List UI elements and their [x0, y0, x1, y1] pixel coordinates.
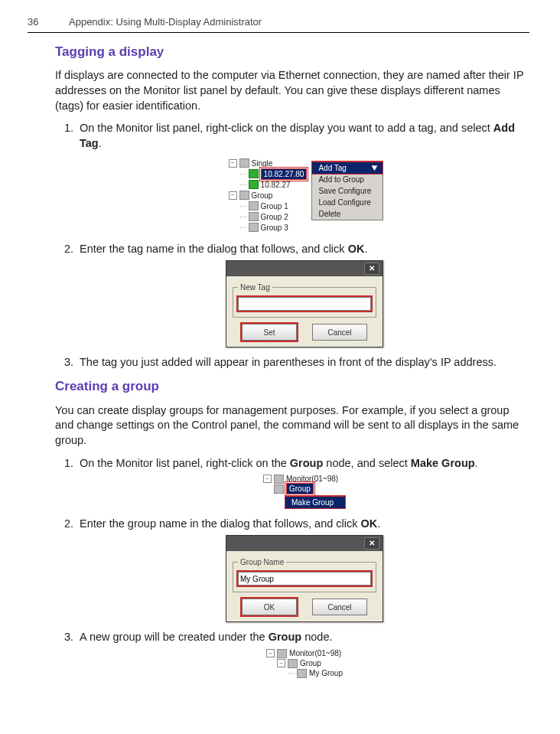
group-name-input[interactable]	[238, 572, 371, 586]
group-icon	[274, 484, 284, 494]
tree-item[interactable]: 10.82.27	[261, 180, 291, 191]
page-number: 36	[28, 15, 46, 29]
s1-step2: Enter the tag name in the dialog that fo…	[77, 242, 529, 347]
header-rule	[28, 32, 529, 33]
collapse-icon[interactable]: −	[229, 191, 237, 200]
context-menu: Add Tag Add to Group Save Configure Load…	[311, 161, 383, 220]
dialog-group-name: ✕ Group Name OK Cancel	[226, 535, 383, 623]
group-icon	[297, 669, 307, 678]
menu-load-configure[interactable]: Load Configure	[312, 197, 383, 208]
s1-step3: The tag you just added will appear in pa…	[77, 355, 529, 370]
group-icon	[249, 212, 259, 221]
menu-make-group[interactable]: Make Group	[285, 496, 346, 509]
section-heading-group: Creating a group	[55, 378, 529, 396]
monitor-icon	[277, 649, 287, 658]
menu-delete[interactable]: Delete	[312, 208, 383, 220]
chapter-title: Appendix: Using Multi-Display Administra…	[69, 15, 262, 29]
s2-step2: Enter the group name in the dialog that …	[77, 517, 529, 622]
menu-save-configure[interactable]: Save Configure	[312, 185, 383, 197]
tree-item[interactable]: Group 2	[261, 212, 288, 223]
set-button[interactable]: Set	[242, 324, 297, 341]
tree-item[interactable]: Group 3	[261, 223, 288, 233]
figure-group-result: −Monitor(01~98) −Group ⋯My Group	[266, 648, 343, 678]
group-icon	[239, 191, 249, 200]
section-heading-tagging: Tagging a display	[55, 44, 529, 61]
group-icon	[249, 223, 259, 232]
collapse-icon[interactable]: −	[263, 475, 272, 483]
group-icon	[249, 201, 259, 210]
monitor-tree: −Single ⋯10.82.27.80 ⋯10.82.27 −Group ⋯G…	[226, 156, 311, 234]
display-icon	[249, 180, 259, 189]
tree-item-group[interactable]: Group	[286, 483, 314, 495]
cancel-button[interactable]: Cancel	[312, 599, 367, 615]
s1-step1: On the Monitor list panel, right-click o…	[77, 121, 529, 234]
s2-step3: A new group will be created under the Gr…	[77, 630, 529, 680]
dialog-new-tag: ✕ New Tag Set Cancel	[226, 260, 383, 348]
context-menu: Make Group	[285, 495, 346, 509]
close-icon[interactable]: ✕	[364, 263, 379, 275]
figure-make-group: −Monitor(01~98) Group Make Group	[263, 474, 346, 509]
collapse-icon[interactable]: −	[277, 659, 285, 667]
fieldset-legend: Group Name	[238, 557, 286, 568]
monitor-icon	[274, 475, 284, 484]
tree-item[interactable]: Group 1	[261, 201, 288, 212]
tree-item[interactable]: Group	[300, 658, 321, 669]
figure-add-tag: −Single ⋯10.82.27.80 ⋯10.82.27 −Group ⋯G…	[226, 156, 384, 234]
s2-step1: On the Monitor list panel, right-click o…	[77, 456, 529, 510]
tree-item[interactable]: My Group	[309, 668, 343, 679]
close-icon[interactable]: ✕	[364, 537, 379, 550]
tree-item-selected[interactable]: 10.82.27.80	[261, 168, 308, 181]
collapse-icon[interactable]: −	[229, 159, 237, 168]
group-icon	[288, 659, 298, 668]
menu-add-to-group[interactable]: Add to Group	[312, 174, 383, 185]
intro-tagging: If displays are connected to the compute…	[55, 68, 529, 113]
ok-button[interactable]: OK	[242, 599, 297, 615]
tag-name-input[interactable]	[238, 297, 371, 311]
display-icon	[249, 169, 259, 178]
cancel-button[interactable]: Cancel	[312, 324, 367, 341]
intro-group: You can create display groups for manage…	[55, 403, 529, 449]
fieldset-legend: New Tag	[238, 282, 272, 293]
monitor-icon	[239, 158, 249, 168]
collapse-icon[interactable]: −	[266, 649, 275, 657]
